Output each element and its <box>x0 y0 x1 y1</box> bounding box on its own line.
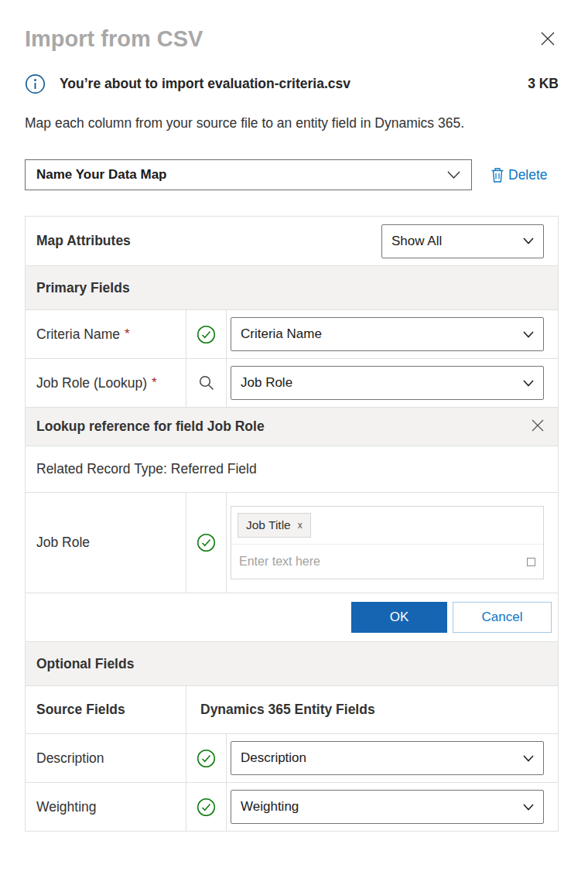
trash-icon <box>491 167 504 183</box>
info-banner: You’re about to import evaluation-criter… <box>25 73 559 94</box>
dialog-header: Import from CSV <box>25 26 559 52</box>
status-cell <box>186 783 227 831</box>
chevron-down-icon <box>523 755 534 762</box>
lookup-panel-header: Lookup reference for field Job Role <box>26 407 558 446</box>
entity-field-cell: Description <box>227 734 558 782</box>
ok-button[interactable]: OK <box>351 602 447 633</box>
related-record-type: Related Record Type: Referred Field <box>26 446 558 492</box>
chevron-down-icon <box>523 804 534 811</box>
data-map-row: Name Your Data Map Delete <box>25 159 559 190</box>
map-attributes-row: Map Attributes Show All <box>26 217 558 265</box>
required-marker: * <box>125 326 130 342</box>
chip-remove-icon[interactable]: x <box>298 520 303 531</box>
entity-field-dropdown-criteria-name[interactable]: Criteria Name <box>231 317 544 351</box>
source-field-label: Criteria Name * <box>26 310 186 358</box>
entity-field-dropdown-job-role[interactable]: Job Role <box>231 366 544 400</box>
lookup-mapping-row: Job Role Job Title x Enter text her <box>26 492 558 593</box>
search-icon[interactable] <box>198 374 215 391</box>
required-marker: * <box>152 375 157 391</box>
source-field-label: Job Role (Lookup) * <box>26 359 186 407</box>
column-headers-row: Source Fields Dynamics 365 Entity Fields <box>26 685 558 733</box>
selected-field-chip[interactable]: Job Title x <box>238 513 311 538</box>
chevron-down-icon <box>523 331 534 338</box>
optional-fields-header: Optional Fields <box>26 641 558 685</box>
data-map-name-value: Name Your Data Map <box>36 167 166 183</box>
entity-field-cell: Job Role <box>227 359 558 407</box>
lookup-panel-title: Lookup reference for field Job Role <box>36 419 265 435</box>
mapping-row-weighting: Weighting Weighting <box>26 782 558 831</box>
entity-field-dropdown-description[interactable]: Description <box>231 741 544 775</box>
info-message: You’re about to import evaluation-criter… <box>60 76 350 92</box>
file-size: 3 KB <box>528 76 559 92</box>
mapping-row-description: Description Description <box>26 733 558 782</box>
chevron-down-icon <box>447 171 460 179</box>
chevron-down-icon <box>523 380 534 387</box>
delete-button[interactable]: Delete <box>491 167 548 183</box>
source-fields-column-header: Source Fields <box>26 686 186 733</box>
status-cell <box>186 359 227 407</box>
status-cell <box>186 493 227 593</box>
lookup-buttons-row: OK Cancel <box>26 593 558 641</box>
chevron-down-icon <box>523 237 534 244</box>
source-field-label: Weighting <box>26 783 186 831</box>
status-check-icon <box>197 533 216 552</box>
lookup-ref-field-box[interactable]: Job Title x Enter text here <box>231 506 544 579</box>
mapping-table: Map Attributes Show All Primary Fields C… <box>25 216 559 832</box>
mapping-row-job-role: Job Role (Lookup) * Job Role <box>26 358 558 407</box>
show-all-dropdown[interactable]: Show All <box>381 224 544 258</box>
info-icon <box>25 73 46 94</box>
lookup-text-input[interactable]: Enter text here <box>231 545 543 579</box>
show-all-value: Show All <box>391 234 442 249</box>
primary-fields-label: Primary Fields <box>36 280 130 296</box>
source-field-label: Description <box>26 734 186 782</box>
import-dialog: Import from CSV You’re about to import e… <box>0 0 588 832</box>
empty-checkbox-icon[interactable] <box>527 558 535 566</box>
lookup-close-icon[interactable] <box>528 416 547 437</box>
page-title: Import from CSV <box>25 26 203 52</box>
lookup-field-label: Job Role <box>26 493 186 593</box>
map-attributes-label: Map Attributes <box>36 233 131 249</box>
status-check-icon <box>197 749 216 768</box>
entity-field-cell: Criteria Name <box>227 310 558 358</box>
entity-fields-column-header: Dynamics 365 Entity Fields <box>186 686 558 733</box>
status-check-icon <box>197 325 216 344</box>
data-map-name-dropdown[interactable]: Name Your Data Map <box>25 159 472 190</box>
entity-field-cell: Weighting <box>227 783 558 831</box>
cancel-button[interactable]: Cancel <box>453 602 552 633</box>
entity-field-dropdown-weighting[interactable]: Weighting <box>231 790 544 824</box>
input-placeholder: Enter text here <box>239 555 320 569</box>
optional-fields-label: Optional Fields <box>36 656 134 672</box>
status-check-icon <box>197 798 216 817</box>
close-icon[interactable] <box>537 28 559 52</box>
primary-fields-header: Primary Fields <box>26 265 558 309</box>
lookup-ref-cell: Job Title x Enter text here <box>227 493 558 593</box>
status-cell <box>186 310 227 358</box>
chip-label: Job Title <box>246 518 291 532</box>
status-cell <box>186 734 227 782</box>
mapping-row-criteria-name: Criteria Name * Criteria Name <box>26 309 558 358</box>
selected-chips-area: Job Title x <box>231 507 543 545</box>
delete-label: Delete <box>508 167 548 183</box>
instructions-text: Map each column from your source file to… <box>25 115 559 132</box>
